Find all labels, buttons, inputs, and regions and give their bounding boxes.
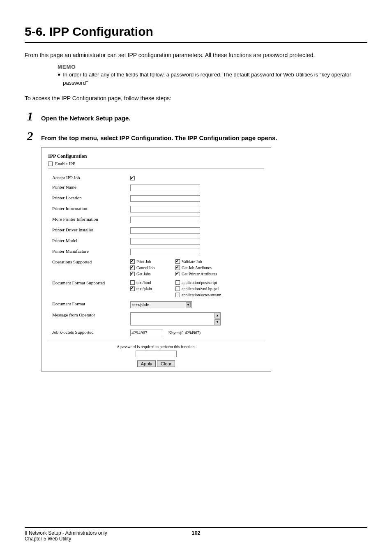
printer-mfr-input[interactable] [130, 249, 200, 255]
get-jobs-label: Get Jobs [136, 272, 151, 276]
app-octet-checkbox[interactable] [175, 293, 180, 297]
cancel-job-label: Cancel Job [136, 265, 154, 270]
scroll-up-icon[interactable]: ▲ [214, 313, 220, 319]
more-printer-info-input[interactable] [130, 217, 200, 223]
password-input[interactable] [136, 351, 177, 357]
divider [48, 169, 264, 169]
driver-installer-input[interactable] [130, 227, 200, 234]
printer-name-input[interactable] [130, 185, 200, 191]
text-plain-label: text/plain [136, 286, 152, 291]
driver-installer-label: Printer Driver Installer [52, 227, 130, 232]
printer-model-label: Printer Model [52, 238, 130, 243]
divider [48, 340, 264, 340]
cancel-job-checkbox[interactable] [130, 265, 135, 270]
app-vnd-hp-pcl-checkbox[interactable] [175, 286, 180, 291]
step-1-text: Open the Network Setup page. [41, 115, 131, 122]
footer-rule [25, 527, 367, 528]
msg-operator-label: Message from Operator [52, 312, 130, 317]
step-2-number: 2 [25, 130, 35, 142]
app-octet-label: application/octet-stream [182, 293, 221, 297]
printer-info-input[interactable] [130, 206, 200, 212]
more-printer-info-label: More Printer Information [52, 217, 130, 222]
job-koctets-input[interactable]: 4294967 [130, 330, 163, 336]
intro-text: From this page an administrator can set … [25, 51, 367, 60]
memo-block: MEMO ● In order to alter any of the fiel… [58, 64, 367, 87]
chevron-down-icon: ▼ [186, 302, 191, 307]
text-plain-checkbox[interactable] [130, 286, 135, 291]
apply-button[interactable]: Apply [137, 360, 156, 367]
get-job-attr-label: Get Job Attributes [182, 265, 212, 270]
footer: II Network Setup - Administrators only C… [25, 527, 367, 542]
validate-job-label: Validate Job [182, 259, 202, 264]
get-jobs-checkbox[interactable] [130, 272, 135, 276]
validate-job-checkbox[interactable] [175, 259, 180, 264]
title-rule [25, 42, 367, 43]
accept-ipp-checkbox[interactable] [130, 176, 135, 180]
job-koctets-label: Job k-octets Supported [52, 330, 130, 335]
doc-format-selected: text/plain [132, 302, 150, 307]
step-2: 2 From the top menu, select IPP Configur… [25, 130, 367, 142]
doc-format-select[interactable]: text/plain ▼ [130, 301, 192, 308]
get-job-attr-checkbox[interactable] [175, 265, 180, 270]
clear-button[interactable]: Clear [157, 360, 175, 367]
password-note: A password is required to perform this f… [48, 344, 264, 349]
step-1: 1 Open the Network Setup page. [25, 110, 367, 122]
memo-label: MEMO [58, 64, 367, 70]
bullet-icon: ● [58, 71, 60, 78]
text-html-label: text/html [136, 280, 151, 285]
scroll-down-icon[interactable]: ▼ [214, 319, 220, 325]
page-number: 102 [191, 530, 201, 536]
enable-ipp-label: Enable IPP [55, 161, 75, 166]
app-postscript-checkbox[interactable] [175, 280, 180, 285]
printer-mfr-label: Printer Manufacture [52, 249, 130, 254]
printer-location-input[interactable] [130, 195, 200, 202]
accept-ipp-label: Accept IPP Job [52, 175, 130, 180]
memo-text: In order to alter any of the fields that… [63, 71, 367, 87]
step-2-text: From the top menu, select IPP Configurat… [41, 134, 277, 141]
get-printer-attr-checkbox[interactable] [175, 272, 180, 276]
text-html-checkbox[interactable] [130, 280, 135, 285]
get-printer-attr-label: Get Printer Attributes [182, 272, 217, 276]
print-job-checkbox[interactable] [130, 259, 135, 264]
printer-info-label: Printer Information [52, 206, 130, 211]
printer-model-input[interactable] [130, 238, 200, 245]
step-1-number: 1 [25, 110, 35, 122]
printer-name-label: Printer Name [52, 185, 130, 189]
print-job-label: Print Job [136, 259, 151, 264]
doc-format-supported-label: Document Format Supported [52, 280, 130, 285]
msg-operator-textarea[interactable]: ▲ ▼ [130, 312, 221, 325]
page-title: 5-6. IPP Configuration [25, 25, 367, 39]
printer-location-label: Printer Location [52, 195, 130, 200]
footer-line2: Chapter 5 Web Utility [25, 536, 367, 542]
job-koctets-unit: Kbytes(0-4294967) [168, 330, 201, 335]
panel-title: IPP Configuration [48, 153, 264, 159]
app-vnd-hp-pcl-label: application/vnd.hp-pcl [182, 286, 219, 291]
doc-format-label: Document Format [52, 301, 130, 306]
app-postscript-label: application/postscript [182, 280, 217, 285]
ops-supported-label: Operations Supported [52, 259, 130, 264]
ipp-config-screenshot: IPP Configuration Enable IPP Accept IPP … [41, 147, 271, 372]
enable-ipp-checkbox[interactable] [48, 162, 53, 166]
access-text: To access the IPP Configuration page, fo… [25, 94, 367, 103]
